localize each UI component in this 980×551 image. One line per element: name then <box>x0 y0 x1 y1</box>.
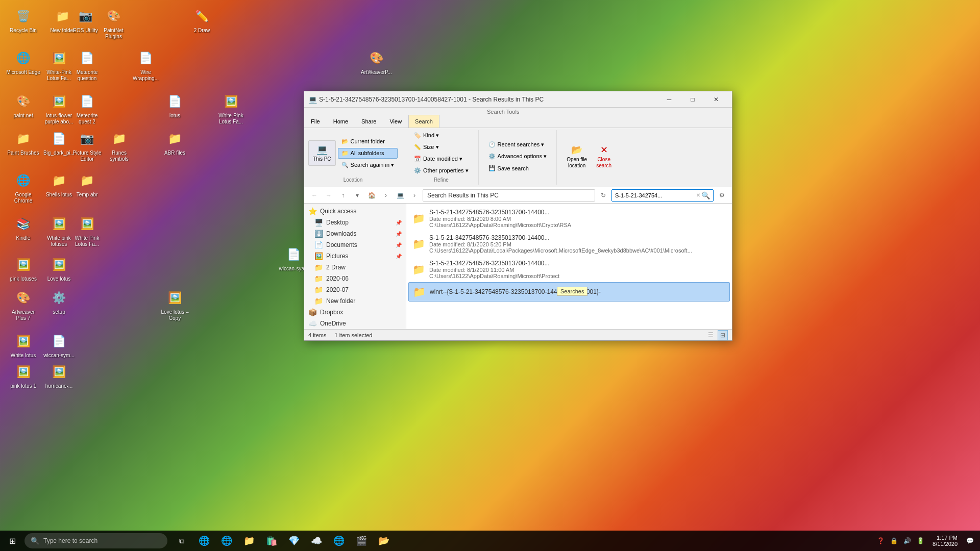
desktop-icon-paintnet-plugins[interactable]: 🎨 PaintNet Plugins <box>94 4 133 42</box>
size-button[interactable]: 📏 Size ▾ <box>410 142 472 153</box>
desktop-icon-artweaverplus[interactable]: 🎨 ArtWeaverP... <box>357 46 396 78</box>
desktop-icon-abr-files[interactable]: 📁 ABR files <box>156 127 194 158</box>
kind-label: Kind ▾ <box>423 132 439 139</box>
file3-name: S-1-5-21-3427548576-3235013700-14400... <box>429 260 726 267</box>
view-list-button[interactable]: ☰ <box>705 330 716 340</box>
desktop-icon-setup[interactable]: ⚙️ setup <box>40 286 78 317</box>
this-pc-button[interactable]: 💻 This PC <box>308 140 336 166</box>
desktop-icon-meteorite-quest2[interactable]: 📄 Meteorite quest 2 <box>68 89 106 127</box>
sidebar-item-2020-06[interactable]: 📁 2020-06 <box>304 273 406 284</box>
back-button[interactable]: ← <box>308 189 321 202</box>
settings-icon[interactable]: ⚙ <box>716 189 728 202</box>
taskbar-icon-edge[interactable]: 🌐 <box>216 531 237 551</box>
view-details-button[interactable]: ⊟ <box>718 330 728 340</box>
desktop-icon-google-chrome[interactable]: 🌐 Google Chrome <box>4 168 42 206</box>
search-box[interactable]: ✕ 🔍 <box>611 189 714 202</box>
save-search-button[interactable]: 💾 Save search <box>485 163 551 173</box>
open-file-location-button[interactable]: 📂 Open filelocation <box>563 142 591 171</box>
maximize-button[interactable]: □ <box>681 91 704 108</box>
address-path[interactable]: Search Results in This PC <box>423 189 595 202</box>
search-go-button[interactable]: 🔍 <box>701 191 710 199</box>
desktop-icon-white-pink-lotus-fa2[interactable]: 🖼️ White-Pink Lotus Fa... <box>212 89 250 127</box>
path-search-results[interactable]: Search Results in This PC <box>427 192 499 199</box>
taskbar-icon-cortana[interactable]: 🌐 <box>194 531 214 551</box>
desktop-icon-hurricane[interactable]: 🖼️ hurricane-... <box>40 360 78 391</box>
advanced-options-button[interactable]: ⚙️ Advanced options ▾ <box>485 151 551 162</box>
desktop-icon-wire-wrapping[interactable]: 📄 Wire Wrapping... <box>127 46 165 84</box>
taskbar-icon-file-explorer[interactable]: 📁 <box>239 531 259 551</box>
desktop-icon-wiccan-sym2[interactable]: 📄 wiccan-sym... <box>40 329 78 361</box>
recent-searches-button[interactable]: 🕐 Recent searches ▾ <box>485 139 551 150</box>
desktop-icon-love-lotus-copy[interactable]: 🖼️ Love lotus – Copy <box>156 286 194 323</box>
sidebar-item-onedrive[interactable]: ☁️ OneDrive <box>304 318 406 329</box>
desktop-icon-love-lotus[interactable]: 🖼️ Love lotus <box>40 253 78 284</box>
file4-info: winrt--{S-1-5-21-3427548576-3235013700-1… <box>430 288 725 295</box>
desktop-icon-meteorite-question[interactable]: 📄 Meteorite question <box>68 46 106 84</box>
refresh-button[interactable]: ↻ <box>597 189 609 202</box>
sidebar-item-quick-access[interactable]: ⭐ Quick access <box>304 206 406 217</box>
sidebar-item-downloads[interactable]: ⬇️ Downloads 📌 <box>304 228 406 239</box>
minimize-button[interactable]: ─ <box>657 91 681 108</box>
sidebar-item-documents[interactable]: 📄 Documents 📌 <box>304 239 406 251</box>
up-button[interactable]: ↑ <box>337 189 349 202</box>
close-search-button[interactable]: ✕ Closesearch <box>593 142 615 171</box>
sidebar-item-2draw[interactable]: 📁 2 Draw <box>304 262 406 273</box>
search-clear-button[interactable]: ✕ <box>696 192 700 198</box>
tab-search[interactable]: Search <box>408 115 439 128</box>
file-item-4[interactable]: 📁 winrt--{S-1-5-21-3427548576-3235013700… <box>408 282 730 302</box>
taskbar-search-box[interactable]: 🔍 Type here to search <box>24 533 167 548</box>
sidebar-item-desktop[interactable]: 🖥️ Desktop 📌 <box>304 217 406 228</box>
taskbar-icon-app5[interactable]: 💎 <box>284 531 304 551</box>
desktop-icon-edge[interactable]: 🌐 Microsoft Edge <box>4 46 42 78</box>
tab-view[interactable]: View <box>383 115 408 128</box>
sidebar-item-2020-07[interactable]: 📁 2020-07 <box>304 284 406 295</box>
breadcrumb-computer-icon[interactable]: 💻 <box>394 189 406 202</box>
taskbar-icon-app9[interactable]: 📂 <box>374 531 394 551</box>
tab-file[interactable]: File <box>304 115 327 128</box>
recent-locations-button[interactable]: ▾ <box>351 189 363 202</box>
taskbar-help-icon[interactable]: ❓ <box>874 535 887 547</box>
kind-button[interactable]: 🏷️ Kind ▾ <box>410 130 472 141</box>
desktop-icon-lotus[interactable]: 📄 lotus <box>156 89 194 121</box>
sidebar-item-pictures[interactable]: 🖼️ Pictures 📌 <box>304 251 406 262</box>
close-button[interactable]: ✕ <box>704 91 728 108</box>
desktop-icon-kindle[interactable]: 📚 Kindle <box>4 212 42 243</box>
start-button[interactable]: ⊞ <box>0 531 24 551</box>
current-folder-button[interactable]: 📂 Current folder <box>338 136 398 147</box>
date-modified-button[interactable]: 📅 Date modified ▾ <box>410 154 472 164</box>
taskbar-icon-task-view[interactable]: ⧉ <box>172 531 192 551</box>
other-properties-button[interactable]: ⚙️ Other properties ▾ <box>410 165 472 176</box>
desktop-icon-white-pink-lotus-fa3[interactable]: 🖼️ White Pink Lotus Fa... <box>68 212 106 249</box>
sidebar-item-dropbox[interactable]: 📦 Dropbox <box>304 307 406 318</box>
taskbar-network-icon[interactable]: 🔒 <box>888 535 900 547</box>
file-item-1[interactable]: 📁 S-1-5-21-3427548576-3235013700-14400..… <box>408 206 730 231</box>
desktop-icon-white-lotus[interactable]: 🖼️ White lotus <box>4 329 42 361</box>
taskbar-icon-onedrive[interactable]: ☁️ <box>306 531 327 551</box>
file-item-2[interactable]: 📁 S-1-5-21-3427548576-3235013700-14400..… <box>408 231 730 257</box>
taskbar-battery-icon[interactable]: 🔋 <box>914 535 926 547</box>
taskbar-time[interactable]: 1:17 PM 8/11/2020 <box>928 535 962 547</box>
sidebar-item-new-folder[interactable]: 📁 New folder <box>304 295 406 307</box>
desktop-icon-runes-symbols[interactable]: 📁 Runes symbols <box>100 127 138 164</box>
file-item-3[interactable]: 📁 S-1-5-21-3427548576-3235013700-14400..… <box>408 257 730 282</box>
desktop-icon-pink-lotus1[interactable]: 🖼️ pink lotus 1 <box>4 360 42 391</box>
search-again-button[interactable]: 🔍 Search again in ▾ <box>338 160 398 170</box>
desktop-icon-pink-lotuses[interactable]: 🖼️ pink lotuses <box>4 253 42 284</box>
tab-share[interactable]: Share <box>355 115 383 128</box>
search-input[interactable] <box>615 192 696 198</box>
desktop-icon-paintnet[interactable]: 🎨 paint.net <box>4 89 42 121</box>
forward-button[interactable]: → <box>323 189 335 202</box>
taskbar-icon-app7[interactable]: 🌐 <box>329 531 349 551</box>
desktop-icon-2draw[interactable]: ✏️ 2 Draw <box>183 4 221 36</box>
breadcrumb-home-icon[interactable]: 🏠 <box>365 189 378 202</box>
desktop-icon-paint-brushes[interactable]: 📁 Paint Brushes <box>4 127 42 158</box>
taskbar-action-center[interactable]: 💬 <box>964 535 976 547</box>
taskbar-icon-app8[interactable]: 🎬 <box>351 531 372 551</box>
taskbar-icon-store[interactable]: 🛍️ <box>261 531 282 551</box>
all-subfolders-button[interactable]: 📁 All subfolders <box>338 148 398 159</box>
desktop-icon-temp-abr[interactable]: 📁 Temp abr <box>68 168 106 200</box>
desktop-icon-recycle-bin[interactable]: 🗑️ Recycle Bin <box>4 4 42 36</box>
desktop-icon-artweaver-plus7[interactable]: 🎨 Artweaver Plus 7 <box>4 286 42 323</box>
taskbar-volume-icon[interactable]: 🔊 <box>901 535 913 547</box>
tab-home[interactable]: Home <box>327 115 355 128</box>
